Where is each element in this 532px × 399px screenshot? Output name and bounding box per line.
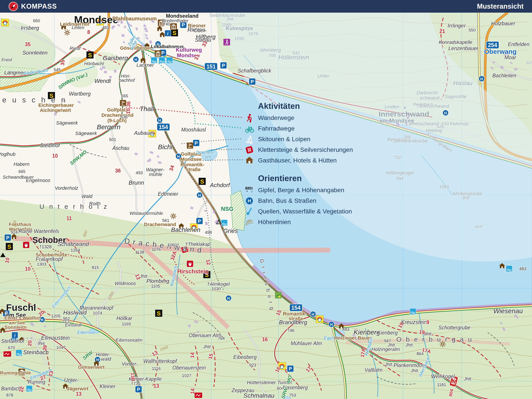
map-label: Achdorf (209, 182, 230, 188)
svg-text:154: 154 (159, 124, 168, 130)
legend-item-label: Gasthäuser, Hotels & Hütten (258, 157, 337, 164)
map-label: Wiesenau (493, 307, 523, 315)
svg-text:S: S (88, 52, 92, 58)
legend-item-activity-3: Klettersteige & Seilversicherungen (244, 145, 382, 155)
map-label: Höbling (426, 128, 443, 133)
map-label: 1303 (37, 262, 46, 266)
h-map-icon: H (443, 110, 449, 116)
s-map-icon: S (6, 243, 13, 250)
legend-activities-list: WanderwegeFahrradwegeSkitouren & LoipenK… (244, 113, 382, 166)
map-label: Unter- (317, 73, 331, 79)
map-label: NSG (221, 205, 234, 212)
map-label: 1264 (71, 248, 80, 253)
legend-item-label: Quellen, Wasserfälle & Vegetation (258, 208, 352, 215)
map-label: 483 (342, 327, 349, 332)
svg-text:P: P (137, 386, 140, 392)
ws-map-icon (159, 57, 165, 63)
map-label: Jägerwirt (67, 386, 89, 392)
legend-item-label: Fahrradwege (258, 125, 295, 132)
map-label: 665 (18, 169, 25, 174)
map-label: 36 (115, 168, 121, 174)
legend-item-orientation-0: 885†Gipfel, Berge & Höhenangaben (244, 185, 382, 196)
map-label: Friml (1, 57, 12, 62)
ws-map-icon (506, 266, 512, 272)
s-map-icon: S (171, 29, 178, 36)
map-label: Schafbergblick (238, 68, 272, 74)
map-label: Jhtt. (385, 362, 393, 367)
map-label: Plankenmoos (393, 362, 424, 368)
map-label: Diebrecht- (417, 90, 439, 95)
i-map-icon: i (12, 332, 18, 338)
p-map-icon: P (4, 234, 11, 241)
svg-text:885: 885 (245, 186, 251, 190)
h-map-icon: H (133, 57, 139, 62)
grn-map-icon (275, 292, 281, 298)
map-label: Höllkar (116, 316, 133, 321)
map-label: 1138 (135, 250, 144, 254)
map-label: Kreuzstein (401, 319, 427, 325)
map-label: Aichingerwirt (40, 108, 71, 113)
map-label: Pfahlbaumuseum (112, 16, 157, 21)
map-label: 1105 (151, 284, 160, 288)
redb-map-icon (195, 393, 202, 398)
bus-icon: H (244, 196, 254, 206)
map-label: Valtlalm (365, 367, 383, 373)
hut-icon (244, 156, 254, 165)
map-label: Eibensee (77, 330, 95, 335)
map-label: straße (186, 167, 201, 172)
map-label: Wald (81, 194, 92, 199)
map-label: Gries (223, 228, 238, 234)
wr-map-icon (170, 213, 177, 219)
map-label: 1176 (152, 247, 161, 252)
map-label: 29 (41, 345, 48, 351)
map-label: Kienberg (377, 330, 398, 336)
road-badge-254: 254 (486, 41, 499, 49)
map-label: 746 (287, 328, 294, 333)
legend-item-activity-4: Gasthäuser, Hotels & Hütten (244, 155, 382, 166)
map-label: 10 (52, 153, 58, 159)
map-label: 923 (249, 363, 256, 367)
map-label: 1083 (439, 184, 449, 189)
map-label: 1030 (211, 286, 221, 291)
svg-text:P: P (222, 63, 225, 68)
brand-text: KOMPASS (21, 2, 57, 10)
map-label: Kienberg (354, 329, 380, 336)
legend-item-label: Skitouren & Loipen (258, 136, 310, 143)
svg-text:P: P (198, 218, 201, 224)
map-label: 924 (11, 230, 18, 234)
map-label: Fehrholz (450, 121, 469, 127)
ws-map-icon (16, 350, 22, 356)
map-label: Weinberg (260, 47, 281, 53)
map-label: 498 (205, 230, 212, 235)
map-label: Holzinger Bauer (334, 335, 372, 341)
s-map-icon: S (199, 178, 206, 185)
map-label: 1169 (122, 322, 131, 326)
map-label: 1116 (152, 366, 160, 371)
map-label: Hirschsteig (177, 268, 209, 275)
map-label: Göschlberger (120, 45, 152, 51)
map-label: 555 (121, 94, 128, 98)
svg-text:H: H (248, 198, 251, 203)
map-label: Kulturweg (176, 47, 202, 53)
svg-text:S: S (7, 243, 11, 250)
map-label: Ober- (194, 27, 207, 33)
map-label: Lametschwand (406, 121, 439, 126)
map-label: Riedl (70, 46, 81, 51)
map-label: †1328 (39, 244, 52, 249)
map-label: Kulmspitze (226, 25, 253, 31)
map-label: Ruine Wartenfels (18, 228, 59, 234)
bike-icon (244, 124, 254, 133)
svg-text:P: P (251, 79, 254, 84)
map-label: 483 (102, 25, 109, 30)
p-map-icon: P (220, 62, 227, 69)
header-bar: KOMPASS Musteransicht (0, 0, 532, 13)
map-label: 1181 (437, 382, 446, 387)
svg-text:H: H (198, 193, 201, 197)
map-label: 10 (4, 257, 10, 264)
map-label: Drachen- (196, 150, 215, 155)
sun-map-icon (316, 316, 323, 323)
mus-map-icon (170, 23, 177, 30)
kompass-logo-icon (8, 1, 18, 11)
road-badge-151: 151 (205, 63, 217, 70)
map-label: Plomberg (146, 278, 169, 284)
